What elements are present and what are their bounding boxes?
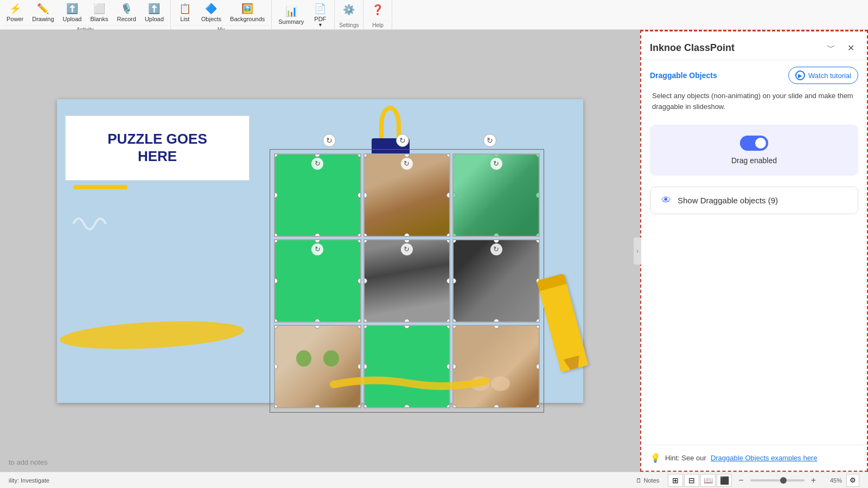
ribbon-item-upload-1[interactable]: ⬆️ Upload [59,1,86,24]
handle-tl-8[interactable] [363,325,367,329]
show-draggable-objects-button[interactable]: 👁 Show Draggable objects (9) [650,187,858,214]
slide-sorter-button[interactable]: ⊟ [684,474,699,487]
handle-br-6[interactable] [536,319,540,323]
ribbon-item-upload-2[interactable]: ⬆️ Upload [141,1,168,24]
puzzle-rotate-5[interactable]: ↻ [401,243,413,255]
grid-rotate-handle-mid[interactable]: ↻ [396,134,409,147]
handle-mr-1[interactable] [358,192,361,198]
puzzle-rotate-1[interactable]: ↻ [311,158,323,170]
handle-bl-2[interactable] [363,233,367,237]
handle-bm-4[interactable] [315,319,320,323]
ribbon-item-help[interactable]: ❓ [366,2,390,18]
handle-tr-6[interactable] [536,239,540,243]
handle-br-7[interactable] [358,404,361,408]
handle-mr-2[interactable] [446,192,450,198]
handle-tm-6[interactable] [494,239,499,243]
ribbon-item-objects[interactable]: 🔷 Objects [197,1,226,24]
slideshow-button[interactable]: ⬛ [717,474,732,487]
handle-tm-2[interactable] [404,153,410,157]
puzzle-rotate-2[interactable]: ↻ [401,158,413,170]
handle-ml-7[interactable] [274,364,278,369]
handle-bl-4[interactable] [274,319,278,323]
puzzle-cell-7[interactable] [274,325,361,408]
watch-tutorial-button[interactable]: ▶ Watch tutorial [788,67,858,84]
zoom-slider[interactable] [750,479,805,481]
ribbon-item-backgrounds[interactable]: 🖼️ Backgrounds [226,1,269,24]
handle-mr-4[interactable] [358,278,361,284]
handle-tr-8[interactable] [446,325,450,329]
puzzle-cell-1[interactable]: ↻ [274,153,361,237]
grid-rotate-handle-right[interactable]: ↻ [483,134,496,147]
handle-bl-8[interactable] [363,404,367,408]
zoom-plus[interactable]: + [809,476,818,485]
handle-tr-1[interactable] [358,153,361,157]
notes-button[interactable]: 🗒 Notes [631,476,664,485]
panel-close-button[interactable]: ✕ [843,40,858,55]
handle-tm-4[interactable] [315,239,320,243]
handle-ml-2[interactable] [363,192,367,198]
handle-bm-6[interactable] [494,319,499,323]
handle-bm-5[interactable] [404,319,410,323]
handle-br-9[interactable] [536,404,540,408]
handle-bm-1[interactable] [315,233,320,237]
puzzle-cell-2[interactable]: ↻ [363,153,451,237]
handle-ml-8[interactable] [363,364,367,369]
handle-bm-2[interactable] [404,233,410,237]
handle-tm-5[interactable] [404,239,410,243]
handle-mr-5[interactable] [446,278,450,284]
handle-tm-8[interactable] [404,325,410,329]
puzzle-cell-6[interactable]: ↻ [452,239,540,323]
ribbon-item-blanks[interactable]: ⬜ Blanks [86,1,112,24]
handle-ml-5[interactable] [363,278,367,284]
puzzle-rotate-4[interactable]: ↻ [311,243,323,255]
handle-br-4[interactable] [358,319,361,323]
ribbon-item-summary[interactable]: 📊 Summary [274,4,308,27]
handle-bl-1[interactable] [274,233,278,237]
puzzle-rotate-3[interactable]: ↻ [490,158,502,170]
drag-enabled-toggle[interactable] [740,136,768,151]
ribbon-item-settings[interactable]: ⚙️ [337,2,361,18]
handle-bm-8[interactable] [404,404,410,408]
handle-tl-1[interactable] [274,153,278,157]
handle-tr-7[interactable] [358,325,361,329]
handle-bl-5[interactable] [363,319,367,323]
handle-tl-5[interactable] [363,239,367,243]
reading-view-button[interactable]: 📖 [700,474,716,487]
panel-minimize-button[interactable]: ﹀ [824,40,839,55]
handle-tr-2[interactable] [446,153,450,157]
handle-tl-4[interactable] [274,239,278,243]
handle-ml-1[interactable] [274,192,278,198]
normal-view-button[interactable]: ⊞ [668,474,683,487]
handle-tl-2[interactable] [363,153,367,157]
zoom-minus[interactable]: − [736,476,745,485]
handle-mr-8[interactable] [446,364,450,369]
ribbon-item-record[interactable]: 🎙️ Record [112,1,140,24]
hint-link[interactable]: Draggable Objects examples here [711,454,818,462]
ribbon-item-list[interactable]: 📋 List [173,1,197,24]
puzzle-cell-8[interactable] [363,325,451,408]
ribbon-item-power[interactable]: ⚡ Power [2,1,28,24]
handle-ml-4[interactable] [274,278,278,284]
ribbon-item-pdf[interactable]: 📄 PDF ▼ [308,1,332,29]
handle-bm-9[interactable] [494,404,499,408]
handle-br-5[interactable] [446,319,450,323]
handle-mr-7[interactable] [358,364,361,369]
handle-tm-1[interactable] [315,153,320,157]
puzzle-rotate-6[interactable]: ↻ [490,243,502,255]
fit-slide-button[interactable]: ⚙ [846,474,859,487]
panel-collapse-bar[interactable]: › [634,237,641,265]
zoom-thumb[interactable] [780,477,787,484]
handle-tr-5[interactable] [446,239,450,243]
handle-br-1[interactable] [358,233,361,237]
handle-tr-9[interactable] [536,325,540,329]
handle-br-8[interactable] [446,404,450,408]
handle-mr-9[interactable] [536,364,540,369]
puzzle-cell-4[interactable]: ↻ [274,239,361,323]
slide[interactable]: PUZZLE GOES HERE [57,99,583,403]
handle-br-2[interactable] [446,233,450,237]
handle-tm-9[interactable] [494,325,499,329]
ribbon-item-drawing[interactable]: ✏️ Drawing [28,1,58,24]
puzzle-cell-5[interactable]: ↻ [363,239,451,323]
grid-rotate-handle-left[interactable]: ↻ [323,134,336,147]
puzzle-cell-9[interactable] [452,325,540,408]
